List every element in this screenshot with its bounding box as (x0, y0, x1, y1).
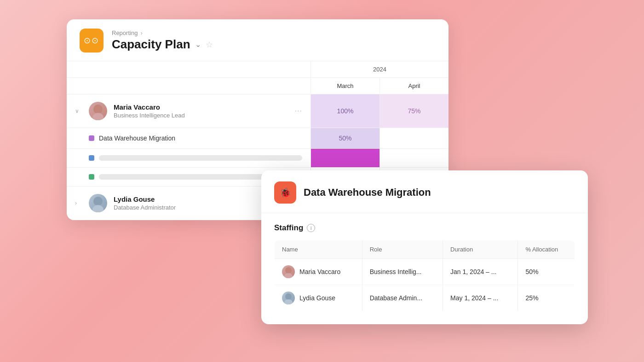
staffing-maria-person-cell: Maria Vaccaro (282, 265, 355, 278)
proj2-march-cell[interactable] (310, 149, 380, 167)
staffing-row-lydia: Lydia Gouse Database Admin... May 1, 202… (275, 285, 575, 311)
staffing-table-header-row: Name Role Duration % Allocation (275, 240, 575, 259)
month-header-row: March April (67, 78, 448, 94)
proj2-dot (89, 155, 94, 161)
maria-role: Business Intelligence Lead (114, 112, 185, 119)
lydia-name: Lydia Gouse (114, 195, 176, 203)
detail-title: Data Warehouse Migration (304, 187, 431, 199)
page-title: Capacity Plan (112, 37, 190, 52)
month-march: March (310, 78, 380, 94)
svg-point-5 (284, 273, 293, 278)
lydia-role: Database Administrator (114, 204, 176, 211)
staffing-lydia-role: Database Admin... (362, 285, 443, 311)
maria-april-value: 75% (380, 94, 448, 128)
staffing-lydia-allocation: 25% (518, 285, 575, 311)
month-left-spacer (67, 78, 310, 94)
staffing-maria-avatar (282, 265, 295, 278)
staffing-lydia-person-cell: Lydia Gouse (282, 292, 355, 304)
maria-row: ∨ Maria Vaccaro Business Intelligence Le… (67, 94, 448, 128)
col-name: Name (275, 240, 362, 259)
breadcrumb-arrow: › (140, 29, 142, 36)
proj2-april-empty (380, 149, 448, 167)
chevron-down-icon[interactable]: ⌄ (195, 40, 201, 49)
proj2-march-accent (311, 149, 380, 167)
staffing-lydia-duration: May 1, 2024 – ... (443, 285, 518, 311)
proj2-row (67, 149, 448, 168)
svg-point-0 (93, 105, 103, 114)
app-icon-symbol: ⊙⊙ (84, 35, 99, 46)
year-label: 2024 (310, 61, 448, 77)
staffing-row-maria: Maria Vaccaro Business Intellig... Jan 1… (275, 259, 575, 285)
star-icon[interactable]: ☆ (206, 40, 213, 50)
staffing-lydia-name-cell: Lydia Gouse (275, 285, 362, 311)
info-icon[interactable]: i (307, 224, 315, 232)
svg-point-2 (93, 197, 103, 206)
col-role: Role (362, 240, 443, 259)
dwm-april-cell[interactable] (380, 128, 448, 148)
detail-app-icon: 🐞 (274, 181, 296, 204)
staffing-lydia-name: Lydia Gouse (299, 294, 335, 302)
expand-button-lydia[interactable]: › (75, 200, 82, 206)
dwm-dot (89, 135, 94, 141)
staffing-maria-name: Maria Vaccaro (299, 268, 340, 275)
dwm-name: Data Warehouse Migration (99, 134, 175, 142)
lydia-avatar (89, 194, 107, 212)
col-duration: Duration (443, 240, 518, 259)
dwm-april-empty (380, 128, 448, 148)
svg-point-4 (285, 267, 292, 274)
maria-march-cell[interactable]: 100% (310, 94, 380, 128)
staffing-maria-allocation: 50% (518, 259, 575, 285)
staffing-table: Name Role Duration % Allocation (274, 240, 575, 311)
dwm-project-info: Data Warehouse Migration (67, 128, 310, 148)
lydia-details: Lydia Gouse Database Administrator (114, 195, 176, 211)
more-options-maria[interactable]: ··· (295, 107, 302, 115)
dwm-project-row: Data Warehouse Migration 50% (67, 128, 448, 149)
card-header: ⊙⊙ Reporting › Capacity Plan ⌄ ☆ (67, 19, 448, 61)
col-allocation: % Allocation (518, 240, 575, 259)
maria-name: Maria Vaccaro (114, 103, 185, 111)
title-row: Capacity Plan ⌄ ☆ (112, 37, 213, 52)
maria-march-value: 100% (311, 94, 380, 128)
proj2-april-cell[interactable] (380, 149, 448, 167)
staffing-label: Staffing (274, 223, 303, 233)
svg-point-3 (92, 205, 104, 212)
detail-app-symbol: 🐞 (280, 187, 291, 198)
staffing-lydia-avatar (282, 292, 295, 304)
proj3-dot (89, 174, 94, 180)
maria-april-cell[interactable]: 75% (380, 94, 448, 128)
svg-point-7 (284, 299, 293, 304)
svg-point-6 (285, 293, 292, 300)
month-april: April (380, 78, 448, 94)
year-left-spacer (67, 61, 310, 77)
proj2-name-placeholder (99, 155, 302, 161)
breadcrumb-label: Reporting (112, 29, 138, 36)
dwm-march-value: 50% (311, 128, 380, 148)
year-header-row: 2024 (67, 61, 448, 78)
breadcrumb-row: Reporting › (112, 29, 213, 36)
staffing-maria-name-cell: Maria Vaccaro (275, 259, 362, 285)
header-text: Reporting › Capacity Plan ⌄ ☆ (112, 29, 213, 52)
staffing-header: Staffing i (274, 223, 575, 233)
app-icon: ⊙⊙ (80, 29, 104, 53)
maria-avatar (89, 102, 107, 120)
proj2-info (67, 149, 310, 167)
detail-body: Staffing i Name Role Duration % Allocati… (261, 213, 588, 324)
detail-popup-card: 🐞 Data Warehouse Migration Staffing i Na… (261, 170, 588, 324)
svg-point-1 (92, 113, 104, 120)
maria-details: Maria Vaccaro Business Intelligence Lead (114, 103, 185, 119)
detail-header: 🐞 Data Warehouse Migration (261, 170, 588, 213)
staffing-maria-duration: Jan 1, 2024 – ... (443, 259, 518, 285)
maria-info: ∨ Maria Vaccaro Business Intelligence Le… (67, 94, 310, 128)
dwm-march-cell[interactable]: 50% (310, 128, 380, 148)
expand-button-maria[interactable]: ∨ (75, 108, 82, 114)
staffing-maria-role: Business Intellig... (362, 259, 443, 285)
